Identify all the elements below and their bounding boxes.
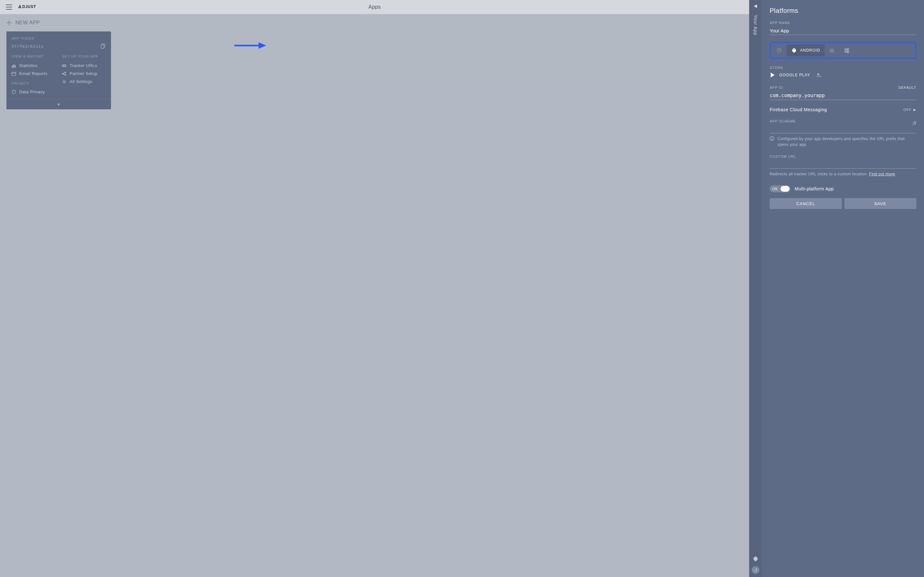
appname-input[interactable] [770, 27, 916, 35]
appscheme-help: Configured by your app developers and sp… [777, 136, 916, 147]
fcm-state: OFF ▶ [903, 108, 916, 112]
panel-title: Platforms [770, 7, 916, 15]
collapse-rail-icon[interactable]: ◀ [754, 3, 758, 8]
fcm-label: Firebase Cloud Messaging [770, 107, 827, 112]
platform-ios[interactable] [772, 44, 787, 56]
toggle-knob [780, 186, 790, 192]
chevron-right-icon: ▶ [913, 108, 916, 112]
platform-android[interactable]: ANDROID [787, 44, 825, 56]
svg-rect-18 [831, 50, 833, 52]
adjust-round-icon[interactable] [752, 566, 759, 574]
rail-tab-label[interactable]: Your App [753, 15, 758, 35]
side-rail: ◀ Your App [749, 0, 762, 577]
appid-input[interactable] [770, 91, 916, 100]
platform-selector: ANDROID [770, 42, 916, 59]
store-amazon[interactable]: a [815, 71, 822, 79]
appid-label: APP ID [770, 85, 783, 89]
svg-point-17 [779, 49, 780, 50]
store-label: STORE [770, 66, 916, 69]
customurl-input[interactable] [770, 160, 916, 169]
customurl-help: Redirects all tracker URL clicks to a cu… [770, 172, 868, 176]
svg-rect-22 [772, 138, 772, 140]
appscheme-label: APP SCHEME [770, 119, 916, 123]
find-out-more-link[interactable]: Find out more [869, 172, 895, 176]
main-area: DJUST Apps NEW APP APP TOKEN 5frfm3r62s1… [0, 0, 749, 577]
platforms-panel: Platforms APP NAME ANDROID STORE [762, 0, 924, 577]
customurl-label: CUSTOM URL [770, 155, 916, 158]
dim-overlay [0, 0, 749, 577]
svg-text:a: a [817, 72, 820, 76]
multiplatform-toggle[interactable]: ON [770, 185, 790, 192]
platform-windows[interactable] [839, 44, 854, 56]
appscheme-input[interactable] [770, 125, 916, 133]
appid-default-tag: DEFAULT [898, 85, 916, 89]
appname-label: APP NAME [770, 21, 916, 25]
svg-point-16 [777, 48, 782, 53]
platform-windows-store[interactable] [825, 44, 839, 56]
save-button[interactable]: SAVE [845, 198, 917, 209]
svg-point-21 [772, 137, 772, 138]
fcm-row[interactable]: Firebase Cloud Messaging OFF ▶ [770, 107, 916, 112]
info-icon [770, 136, 774, 141]
android-icon[interactable] [753, 556, 758, 562]
multiplatform-label: Multi-platform App [795, 186, 834, 191]
cancel-button[interactable]: CANCEL [770, 198, 842, 209]
store-google-play[interactable]: GOOGLE PLAY [770, 72, 810, 78]
